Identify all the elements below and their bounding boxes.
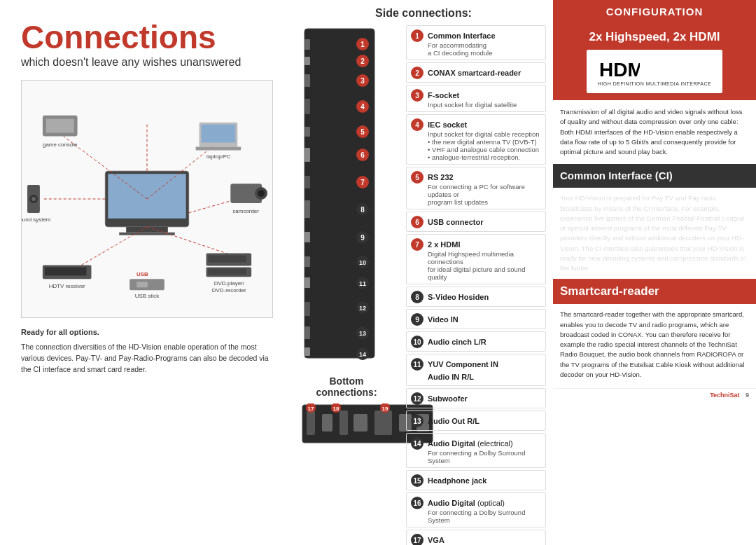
svg-rect-47 [304,200,310,218]
list-item: 7 2 x HDMIDigital Highspeed multimedia c… [406,234,546,284]
footer-page: 9 [746,392,749,399]
svg-rect-41 [304,57,310,65]
list-item: 3 F-socketInput socket for digital satel… [406,85,546,112]
svg-rect-15 [202,125,236,143]
svg-text:USB: USB [136,271,148,277]
svg-rect-30 [208,256,246,263]
svg-rect-46 [304,176,310,188]
svg-rect-43 [304,99,310,114]
svg-text:laptop/PC: laptop/PC [206,153,231,160]
hdmi-logo-svg: HDMI [598,57,640,79]
svg-line-10 [189,199,238,213]
svg-text:HDMI: HDMI [599,59,640,79]
side-bottom-row: 1 2 3 4 5 6 7 8 [301,25,546,545]
svg-text:DVD-player/: DVD-player/ [214,280,245,287]
svg-text:4: 4 [360,103,365,111]
conn-text-13: Audio Out R/L [428,414,479,427]
svg-rect-36 [136,282,148,287]
conn-text-8: S-Video Hosiden [428,290,489,303]
svg-text:1: 1 [360,41,365,48]
conn-text-5: RS 232For connecting a PC for software u… [428,170,541,206]
svg-rect-42 [304,74,310,87]
svg-point-20 [31,197,36,201]
svg-rect-45 [304,148,310,162]
conn-text-6: USB connector [428,215,483,228]
conn-num-16: 16 [411,497,424,509]
svg-text:sound system: sound system [22,216,51,223]
list-item: 8 S-Video Hosiden [406,287,546,307]
description-text: The connection diversities of the HD-Vis… [21,342,276,375]
svg-text:18: 18 [333,406,340,412]
svg-text:11: 11 [359,280,366,287]
list-item: 5 RS 232For connecting a PC for software… [406,167,546,209]
bottom-section: Bottom connections: 17 18 19 [301,375,392,447]
smartcard-title: Smartcard-reader [560,284,659,298]
device-diagram: game console laptop/PC sound system camc… [21,80,273,318]
conn-num-2: 2 [411,67,424,79]
smartcard-description: The smartcard-reader together with the a… [553,304,756,385]
conn-num-17: 17 [411,534,424,545]
svg-rect-52 [304,326,310,339]
svg-rect-85 [340,411,348,435]
list-item: 13 Audio Out R/L [406,411,546,431]
svg-text:USB stick: USB stick [135,293,159,299]
bottom-connections-title: Bottom connections: [301,375,392,398]
list-item: 1 Common InterfaceFor accommodatinga CI … [406,25,546,60]
list-item: 10 Audio cinch L/R [406,331,546,352]
list-item: 9 Video IN [406,309,546,329]
page-subtitle: which doesn't leave any wishes unanswere… [21,56,276,69]
list-item: 17 VGAConnection of a PC/Laptop-Graphic … [406,530,546,545]
svg-text:7: 7 [360,179,365,186]
conn-num-7: 7 [411,238,424,251]
conn-text-11: YUV Component INAudio IN R/L [428,357,498,382]
svg-rect-32 [208,268,246,275]
conn-num-6: 6 [411,216,424,228]
list-item: 12 Subwoofer [406,388,546,408]
conn-text-12: Subwoofer [428,392,468,404]
ci-title: Common Interface (CI) [560,170,673,181]
svg-rect-49 [304,256,310,267]
conn-num-11: 11 [411,358,424,371]
svg-rect-50 [304,277,310,288]
side-image-area: 1 2 3 4 5 6 7 8 [301,25,392,545]
svg-text:14: 14 [359,351,366,358]
conn-num-4: 4 [411,118,424,131]
svg-rect-53 [304,347,310,356]
svg-rect-84 [322,414,332,432]
svg-text:2: 2 [360,57,365,65]
hdmi-description: Transmission of all digital audio and vi… [553,100,756,164]
hdmi-logo: HDMI HIGH DEFINITION MULTIMEDIA INTERFAC… [587,50,723,93]
svg-rect-83 [307,411,315,435]
svg-text:camcorder: camcorder [232,208,259,214]
side-device-svg: 1 2 3 4 5 6 7 8 [301,25,378,368]
svg-rect-51 [304,302,310,316]
svg-text:HDTV receiver: HDTV receiver [49,283,85,289]
svg-text:3: 3 [360,77,365,85]
conn-text-7: 2 x HDMIDigital Highspeed multimedia con… [428,237,541,281]
hdmi-logo-subtitle: HIGH DEFINITION MULTIMEDIA INTERFACE [598,81,712,86]
conn-text-1: Common InterfaceFor accommodatinga CI de… [428,29,496,57]
conn-num-10: 10 [411,336,424,348]
svg-text:9: 9 [360,234,365,242]
svg-text:17: 17 [308,406,314,412]
conn-num-12: 12 [411,392,424,405]
middle-panel: Side connections: [294,0,553,545]
list-item: 15 Headphone jack [406,470,546,490]
list-item: 6 USB connector [406,212,546,232]
conn-num-5: 5 [411,171,424,184]
conn-text-10: Audio cinch L/R [428,335,486,347]
conn-text-17: VGAConnection of a PC/Laptop-Graphic car… [428,533,541,545]
svg-text:10: 10 [359,259,366,266]
svg-rect-40 [304,39,310,50]
config-header: Configuration [553,0,756,23]
list-item: 14 Audio Digital (electrical)For connect… [406,433,546,468]
footer: TechniSat 9 [553,388,756,401]
conn-text-4: IEC socketInput socket for digital cable… [428,118,539,161]
conn-num-9: 9 [411,313,424,326]
conn-text-15: Headphone jack [428,474,486,486]
svg-rect-16 [196,146,241,150]
connection-list-area: 1 Common InterfaceFor accommodatinga CI … [399,25,546,545]
svg-text:5: 5 [360,128,365,136]
svg-rect-48 [304,232,310,242]
svg-text:13: 13 [359,330,366,337]
